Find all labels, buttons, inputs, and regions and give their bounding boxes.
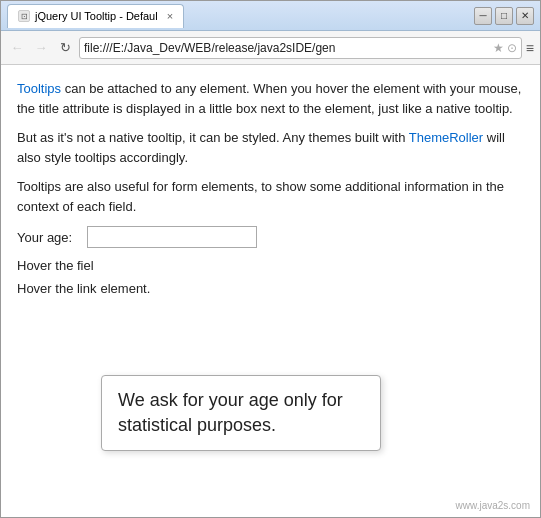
bookmark-star-icon[interactable]: ★: [493, 41, 504, 55]
age-form-row: Your age:: [17, 226, 524, 248]
window-controls: ─ □ ✕: [474, 7, 534, 25]
maximize-button[interactable]: □: [495, 7, 513, 25]
hover-field-row: Hover the fiel: [17, 258, 524, 273]
browser-window: ⊡ jQuery UI Tooltip - Defaul × ─ □ ✕ ← →…: [0, 0, 541, 518]
tooltips-link[interactable]: Tooltips: [17, 81, 61, 96]
tab-title: jQuery UI Tooltip - Defaul: [35, 10, 158, 22]
para1-text: can be attached to any element. When you…: [17, 81, 521, 116]
close-button[interactable]: ✕: [516, 7, 534, 25]
age-label: Your age:: [17, 230, 77, 245]
tab-close-button[interactable]: ×: [167, 10, 173, 22]
address-reload-icon: ⊙: [507, 41, 517, 55]
title-bar: ⊡ jQuery UI Tooltip - Defaul × ─ □ ✕: [1, 1, 540, 31]
paragraph-3: Tooltips are also useful for form elemen…: [17, 177, 524, 216]
watermark: www.java2s.com: [456, 500, 530, 511]
age-input[interactable]: [87, 226, 257, 248]
forward-button[interactable]: →: [31, 38, 51, 58]
page-content: Tooltips can be attached to any element.…: [1, 65, 540, 517]
themeroller-link[interactable]: ThemeRoller: [409, 130, 483, 145]
hover-link-text: Hover the link: [17, 281, 96, 296]
paragraph-2: But as it's not a native tooltip, it can…: [17, 128, 524, 167]
para2-start: But as it's not a native tooltip, it can…: [17, 130, 409, 145]
tooltip-text: We ask for your age only for statistical…: [118, 390, 343, 435]
hover-link-row: Hover the link element.: [17, 281, 524, 296]
reload-button[interactable]: ↻: [55, 38, 75, 58]
browser-menu-button[interactable]: ≡: [526, 40, 534, 56]
back-button[interactable]: ←: [7, 38, 27, 58]
address-bar-input-wrap: ★ ⊙: [79, 37, 522, 59]
browser-tab[interactable]: ⊡ jQuery UI Tooltip - Defaul ×: [7, 4, 184, 28]
paragraph-1: Tooltips can be attached to any element.…: [17, 79, 524, 118]
tooltip-popup: We ask for your age only for statistical…: [101, 375, 381, 451]
hover-link-end: element.: [100, 281, 150, 296]
hover-field-text: Hover the fiel: [17, 258, 94, 273]
address-input[interactable]: [84, 41, 490, 55]
tab-favicon: ⊡: [18, 10, 30, 22]
minimize-button[interactable]: ─: [474, 7, 492, 25]
address-bar: ← → ↻ ★ ⊙ ≡: [1, 31, 540, 65]
